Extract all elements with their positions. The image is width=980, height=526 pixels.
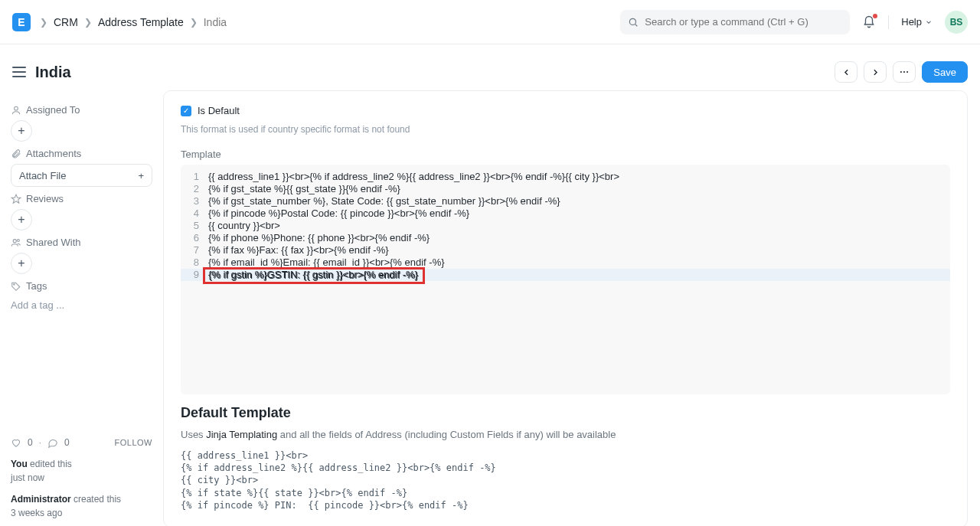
line-number: 2 (181, 183, 208, 195)
breadcrumb-item[interactable]: CRM (54, 16, 78, 28)
add-assignee-button[interactable]: + (11, 120, 32, 142)
user-icon (11, 105, 21, 116)
activity-log: You edited this just now Administrator c… (11, 457, 152, 520)
user-avatar[interactable]: BS (945, 11, 968, 34)
line-number: 1 (181, 171, 208, 183)
breadcrumb-item[interactable]: Address Template (98, 16, 184, 28)
help-label: Help (901, 16, 922, 28)
checkbox-icon: ✓ (181, 106, 191, 116)
follow-button[interactable]: FOLLOW (115, 438, 152, 447)
template-editor[interactable]: 1{{ address_line1 }}<br>{% if address_li… (181, 165, 950, 394)
prev-record-button[interactable] (835, 61, 858, 83)
page-bar: India Save (0, 44, 980, 90)
page-title: India (35, 64, 71, 81)
is-default-field[interactable]: ✓ Is Default (181, 105, 950, 116)
reviews-section: Reviews + (11, 193, 152, 230)
is-default-help: This format is used if country specific … (181, 124, 950, 135)
paperclip-icon (11, 149, 21, 159)
menu-toggle[interactable] (12, 67, 26, 77)
users-icon (11, 237, 21, 248)
app-logo[interactable]: E (12, 13, 31, 31)
divider (888, 15, 889, 29)
likes-count: 0 (28, 437, 33, 448)
search-input[interactable] (645, 16, 842, 28)
more-menu-button[interactable] (893, 61, 916, 83)
attach-file-button[interactable]: Attach File + (11, 164, 152, 187)
code-text: {% if phone %}Phone: {{ phone }}<br>{% e… (208, 232, 950, 244)
code-text: {% if email_id %}Email: {{ email_id }}<b… (208, 256, 950, 269)
svg-point-7 (13, 239, 16, 242)
form-card: ✓ Is Default This format is used if coun… (163, 90, 968, 526)
line-number: 4 (181, 207, 208, 220)
code-text: {% if gstin %}GSTIN: {{ gstin }}<br>{% e… (208, 269, 950, 281)
jinja-templating-link[interactable]: Jinja Templating (206, 429, 277, 440)
more-horizontal-icon (899, 67, 910, 77)
shared-with-section: Shared With + (11, 237, 152, 274)
page-actions: Save (835, 61, 968, 83)
line-number: 6 (181, 232, 208, 244)
notifications-button[interactable] (862, 15, 876, 29)
tags-section: Tags Add a tag ... (11, 280, 152, 314)
chevron-right-icon (871, 67, 880, 77)
chevron-down-icon (925, 18, 933, 26)
help-menu[interactable]: Help (901, 16, 933, 28)
add-review-button[interactable]: + (11, 209, 32, 230)
code-text: {{ address_line1 }}<br>{% if address_lin… (208, 171, 950, 183)
attachments-label: Attachments (26, 148, 81, 159)
line-number: 3 (181, 195, 208, 207)
comments-count: 0 (64, 437, 70, 448)
attachments-section: Attachments Attach File + (11, 148, 152, 187)
svg-point-4 (906, 71, 908, 73)
template-label: Template (181, 149, 950, 160)
tags-label: Tags (26, 280, 47, 292)
main-content: ✓ Is Default This format is used if coun… (163, 90, 980, 526)
highlight-box: {% if gstin %}GSTIN: {{ gstin }}<br>{% e… (203, 267, 425, 284)
line-number: 5 (181, 220, 208, 232)
line-number: 7 (181, 244, 208, 256)
code-line[interactable]: 2{% if gst_state %}{{ gst_state }}{% end… (181, 183, 950, 195)
comment-icon[interactable] (47, 437, 58, 448)
breadcrumb-item-current: India (204, 16, 227, 28)
code-text: {% if fax %}Fax: {{ fax }}<br>{% endif -… (208, 244, 950, 256)
code-text: {% if pincode %}Postal Code: {{ pincode … (208, 207, 950, 220)
sidebar: Assigned To + Attachments Attach File + … (0, 90, 163, 526)
code-line[interactable]: 3{% if gst_state_number %}, State Code: … (181, 195, 950, 207)
add-share-button[interactable]: + (11, 253, 32, 274)
activity-entry: Administrator created this 3 weeks ago (11, 492, 152, 520)
activity-entry: You edited this just now (11, 457, 152, 485)
chevron-right-icon: ❯ (190, 17, 198, 28)
code-text: {% if gst_state_number %}, State Code: {… (208, 195, 950, 207)
separator-dot: · (39, 437, 41, 448)
line-number: 9 (181, 269, 208, 281)
code-line[interactable]: 4{% if pincode %}Postal Code: {{ pincode… (181, 207, 950, 220)
default-template-code: {{ address_line1 }}<br> {% if address_li… (181, 449, 950, 511)
chevron-right-icon: ❯ (84, 17, 92, 28)
heart-icon[interactable] (11, 437, 21, 448)
shared-with-label: Shared With (26, 237, 81, 248)
code-line[interactable]: 8{% if email_id %}Email: {{ email_id }}<… (181, 256, 950, 269)
code-text: {{ country }}<br> (208, 220, 950, 232)
global-search[interactable] (620, 10, 850, 34)
svg-point-8 (17, 239, 19, 241)
code-line[interactable]: 5{{ country }}<br> (181, 220, 950, 232)
next-record-button[interactable] (864, 61, 887, 83)
is-default-label: Is Default (198, 105, 240, 116)
svg-point-3 (903, 71, 905, 73)
code-line[interactable]: 6{% if phone %}Phone: {{ phone }}<br>{% … (181, 232, 950, 244)
code-line[interactable]: 7{% if fax %}Fax: {{ fax }}<br>{% endif … (181, 244, 950, 256)
notification-dot (873, 14, 877, 18)
code-text: {% if gst_state %}{{ gst_state }}{% endi… (208, 183, 950, 195)
search-icon (628, 17, 639, 28)
line-number: 8 (181, 256, 208, 269)
chevron-right-icon: ❯ (40, 17, 47, 28)
code-line[interactable]: 1{{ address_line1 }}<br>{% if address_li… (181, 171, 950, 183)
plus-icon: + (138, 170, 144, 181)
code-line[interactable]: 9{% if gstin %}GSTIN: {{ gstin }}<br>{% … (181, 269, 950, 281)
save-button[interactable]: Save (922, 61, 968, 83)
svg-point-0 (630, 18, 636, 25)
breadcrumb: ❯ CRM ❯ Address Template ❯ India (40, 16, 227, 28)
add-tag-input[interactable]: Add a tag ... (11, 296, 152, 314)
tag-icon (11, 281, 21, 292)
assigned-to-label: Assigned To (26, 104, 80, 116)
assigned-to-section: Assigned To + (11, 104, 152, 142)
